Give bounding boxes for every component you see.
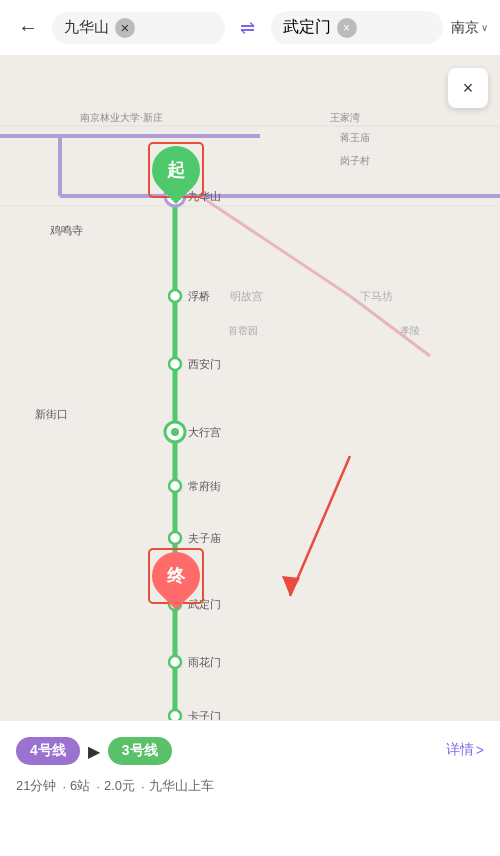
svg-text:岗子村: 岗子村 (340, 155, 370, 166)
line-3-badge: 3号线 (108, 737, 172, 765)
origin-input[interactable]: 九华山 × (52, 12, 225, 44)
route-arrow-icon: ▶ (88, 742, 100, 761)
city-arrow-icon: ∨ (481, 22, 488, 33)
detail-link[interactable]: 详情 > (446, 741, 484, 759)
end-marker: 终 (148, 548, 204, 604)
svg-text:明故宫: 明故宫 (230, 290, 263, 302)
svg-point-18 (169, 656, 181, 668)
route-stops: 6站 (70, 777, 90, 795)
route-duration: 21分钟 (16, 777, 56, 795)
svg-text:孝陵: 孝陵 (400, 325, 420, 336)
svg-text:下马坊: 下马坊 (360, 290, 393, 302)
map-area: 九华山 鸡鸣寺 浮桥 明故宫 下马坊 西安门 新街口 大行宫 常府街 夫子庙 武… (0, 56, 500, 776)
clear-origin-button[interactable]: × (115, 18, 135, 38)
line-4-badge: 4号线 (16, 737, 80, 765)
origin-text: 九华山 (64, 18, 109, 37)
back-icon: ← (18, 16, 38, 39)
svg-text:南京林业大学·新庄: 南京林业大学·新庄 (80, 112, 163, 123)
city-name: 南京 (451, 19, 479, 37)
svg-text:夫子庙: 夫子庙 (188, 532, 221, 544)
svg-text:首蓿园: 首蓿园 (228, 325, 258, 336)
svg-text:蒋王庙: 蒋王庙 (340, 132, 370, 143)
svg-point-12 (171, 428, 179, 436)
route-board-at: 九华山上车 (149, 777, 214, 795)
close-button[interactable]: × (448, 68, 488, 108)
svg-text:雨花门: 雨花门 (188, 656, 221, 668)
svg-text:西安门: 西安门 (188, 358, 221, 370)
route-info: 21分钟 · 6站 · 2.0元 · 九华山上车 (16, 777, 484, 795)
svg-point-13 (169, 290, 181, 302)
start-marker-text: 起 (167, 158, 185, 182)
swap-icon: ⇌ (240, 17, 255, 39)
city-selector[interactable]: 南京 ∨ (451, 19, 488, 37)
svg-rect-0 (0, 56, 500, 776)
detail-label: 详情 (446, 741, 474, 759)
destination-input[interactable]: 武定门 × (271, 11, 444, 44)
clear-dest-button[interactable]: × (337, 18, 357, 38)
svg-text:鸡鸣寺: 鸡鸣寺 (49, 224, 83, 236)
route-sep2: · (96, 779, 100, 794)
detail-arrow-icon: > (476, 742, 484, 758)
route-price: 2.0元 (104, 777, 135, 795)
route-sep3: · (141, 779, 145, 794)
svg-text:王家湾: 王家湾 (330, 112, 360, 123)
metro-map-svg: 九华山 鸡鸣寺 浮桥 明故宫 下马坊 西安门 新街口 大行宫 常府街 夫子庙 武… (0, 56, 500, 776)
swap-button[interactable]: ⇌ (233, 13, 263, 43)
header: ← 九华山 × ⇌ 武定门 × 南京 ∨ (0, 0, 500, 56)
route-sep1: · (62, 779, 66, 794)
svg-point-16 (169, 532, 181, 544)
svg-text:大行宫: 大行宫 (188, 426, 221, 438)
clear-dest-icon: × (343, 21, 350, 35)
svg-point-15 (169, 480, 181, 492)
destination-text: 武定门 (283, 17, 331, 38)
start-marker: 起 (148, 142, 204, 198)
svg-text:浮桥: 浮桥 (188, 290, 210, 302)
svg-text:常府街: 常府街 (188, 480, 221, 492)
route-line: 4号线 ▶ 3号线 (16, 737, 484, 765)
svg-point-14 (169, 358, 181, 370)
end-marker-text: 终 (167, 564, 185, 588)
back-button[interactable]: ← (12, 12, 44, 44)
svg-text:新街口: 新街口 (35, 408, 68, 420)
bottom-panel: 4号线 ▶ 3号线 21分钟 · 6站 · 2.0元 · 九华山上车 详情 > (0, 720, 500, 856)
clear-origin-icon: × (121, 19, 130, 36)
close-icon: × (463, 78, 474, 99)
